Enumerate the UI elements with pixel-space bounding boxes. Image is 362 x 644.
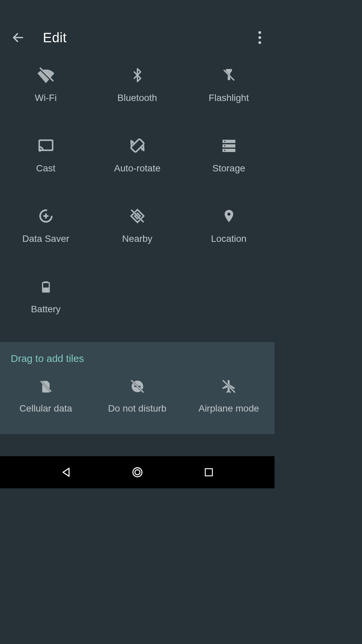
data-saver-icon [37, 207, 55, 225]
svg-point-12 [224, 145, 225, 147]
nav-back-icon [60, 466, 72, 478]
tile-label: Auto-rotate [114, 163, 161, 174]
tile-label: Storage [212, 163, 245, 174]
tile-storage[interactable]: Storage [183, 131, 275, 201]
svg-rect-35 [205, 469, 212, 476]
svg-point-34 [135, 470, 140, 475]
tile-bluetooth[interactable]: Bluetooth [92, 60, 183, 131]
tile-flashlight[interactable]: Flashlight [183, 60, 275, 131]
svg-point-13 [224, 150, 225, 151]
navigation-bar [0, 456, 275, 488]
nav-home-icon [131, 466, 143, 478]
drag-tile-dnd[interactable]: Do not disturb [92, 370, 183, 414]
tile-battery[interactable]: Battery [0, 272, 92, 342]
tile-label: Battery [31, 304, 61, 315]
page-title: Edit [43, 30, 252, 45]
drag-tile-cellular-data[interactable]: Cellular data [0, 370, 92, 414]
arrow-left-icon [11, 31, 25, 44]
battery-icon [37, 277, 55, 296]
airplane-off-icon [220, 377, 238, 396]
tile-label: Location [211, 233, 247, 244]
more-vert-icon [258, 31, 261, 44]
bluetooth-icon [128, 66, 147, 85]
dnd-off-icon [128, 377, 147, 396]
tile-label: Data Saver [22, 233, 69, 244]
back-button[interactable] [10, 30, 26, 46]
svg-point-6 [39, 150, 41, 151]
wifi-off-icon [37, 66, 55, 85]
tile-label: Flashlight [209, 93, 249, 103]
svg-rect-5 [39, 140, 53, 150]
tile-location[interactable]: Location [183, 201, 275, 272]
tile-cast[interactable]: Cast [0, 131, 92, 201]
tile-nearby[interactable]: Nearby [92, 201, 183, 272]
drag-section-title: Drag to add tiles [0, 342, 275, 370]
svg-point-11 [224, 141, 225, 142]
overflow-menu-button[interactable] [252, 30, 268, 46]
active-tiles-area: Wi-Fi Bluetooth Flashlight Cast Auto-rot [0, 56, 275, 342]
tile-label: Wi-Fi [35, 93, 57, 103]
tile-auto-rotate[interactable]: Auto-rotate [92, 131, 183, 201]
svg-line-20 [131, 210, 143, 222]
svg-point-21 [227, 213, 230, 216]
nav-home-button[interactable] [127, 462, 147, 482]
tile-label: Airplane mode [198, 403, 259, 414]
status-bar [0, 0, 275, 19]
drag-to-add-section: Drag to add tiles Cellular data Do not d… [0, 342, 275, 434]
tile-wifi[interactable]: Wi-Fi [0, 60, 92, 131]
nav-recents-icon [203, 467, 214, 478]
drag-tile-airplane[interactable]: Airplane mode [183, 370, 275, 414]
tile-data-saver[interactable]: Data Saver [0, 201, 92, 272]
flashlight-off-icon [220, 66, 238, 85]
sim-off-icon [37, 377, 55, 396]
nearby-off-icon [128, 207, 147, 225]
auto-rotate-icon [128, 136, 147, 155]
nav-recents-button[interactable] [199, 462, 219, 482]
nav-back-button[interactable] [56, 462, 76, 482]
tile-label: Bluetooth [117, 93, 157, 103]
cast-icon [37, 136, 55, 155]
tile-label: Cast [36, 163, 56, 174]
tile-label: Do not disturb [108, 403, 166, 414]
location-icon [220, 207, 238, 225]
svg-rect-24 [43, 287, 49, 291]
svg-point-33 [133, 468, 142, 477]
app-bar: Edit [0, 19, 275, 56]
tile-label: Nearby [122, 233, 152, 244]
storage-icon [220, 136, 238, 155]
tile-label: Cellular data [19, 403, 72, 414]
